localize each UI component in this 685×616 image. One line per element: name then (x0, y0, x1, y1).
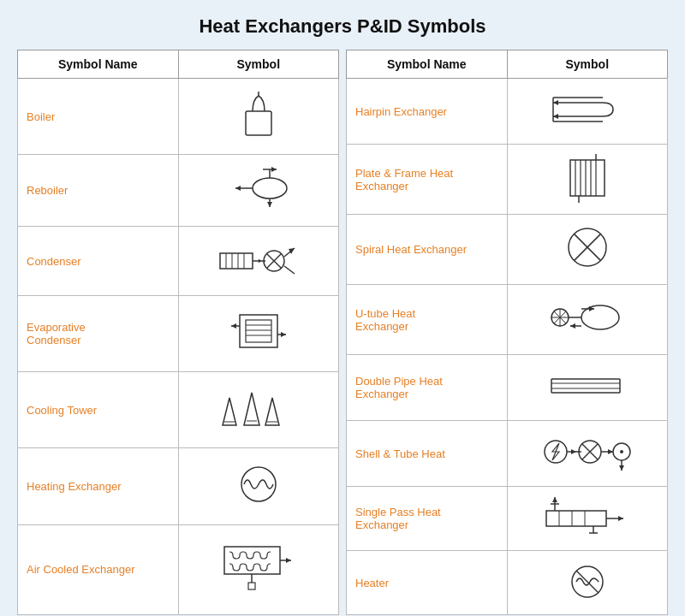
svg-marker-38 (286, 558, 291, 563)
symbol-cell (507, 355, 668, 421)
svg-marker-83 (608, 449, 613, 454)
symbol-cell (178, 226, 339, 295)
symbol-name: Heating Exchanger (18, 448, 179, 524)
svg-marker-4 (235, 186, 241, 191)
symbol-cell (507, 551, 668, 615)
symbol-name: Spiral Heat Exchanger (347, 215, 508, 285)
table-row: EvaporativeCondenser (18, 296, 339, 372)
left-table: Symbol Name Symbol Boiler Reboil (17, 50, 339, 615)
table-row: Hairpin Exchanger (347, 79, 668, 145)
symbol-cell (178, 155, 339, 227)
symbol-cell (178, 524, 339, 614)
svg-marker-29 (231, 323, 236, 329)
page-title: Heat Exchangers P&ID Symbols (199, 15, 485, 38)
svg-marker-87 (619, 465, 624, 471)
symbol-name: Boiler (18, 79, 179, 155)
right-col1-header: Symbol Name (347, 50, 508, 79)
svg-line-22 (284, 266, 295, 274)
table-row: Heating Exchanger (18, 448, 339, 524)
right-table: Symbol Name Symbol Hairpin Exchanger (346, 50, 668, 615)
svg-marker-31 (281, 332, 286, 337)
table-row: Single Pass HeatExchanger (347, 487, 668, 551)
table-row: Double Pipe HeatExchanger (347, 355, 668, 421)
svg-rect-88 (546, 511, 606, 526)
symbol-cell (178, 79, 339, 155)
symbol-cell (507, 145, 668, 215)
symbol-cell (507, 79, 668, 145)
svg-line-101 (576, 571, 599, 593)
symbol-name: Cooling Tower (18, 372, 179, 448)
table-row: Spiral Heat Exchanger (347, 215, 668, 285)
symbol-name: Single Pass HeatExchanger (347, 487, 508, 551)
svg-marker-78 (571, 449, 576, 454)
right-col2-header: Symbol (507, 50, 668, 79)
table-row: Plate & Frame HeatExchanger (347, 145, 668, 215)
svg-marker-9 (267, 202, 272, 207)
table-row: U-tube HeatExchanger (347, 285, 668, 355)
symbol-cell (178, 448, 339, 524)
svg-rect-24 (246, 320, 271, 342)
tables-wrapper: Symbol Name Symbol Boiler Reboil (17, 50, 668, 615)
symbol-name: Double Pipe HeatExchanger (347, 355, 508, 421)
table-row: Reboiler (18, 155, 339, 227)
symbol-cell (178, 372, 339, 448)
symbol-name: Air Cooled Exchanger (18, 524, 179, 614)
symbol-cell (178, 296, 339, 372)
symbol-name: U-tube HeatExchanger (347, 285, 508, 355)
svg-rect-40 (248, 583, 255, 589)
svg-marker-16 (259, 258, 261, 263)
symbol-cell (507, 487, 668, 551)
table-row: Shell & Tube Heat (347, 421, 668, 487)
symbol-name: EvaporativeCondenser (18, 296, 179, 372)
table-row: Air Cooled Exchanger (18, 524, 339, 614)
symbol-name: Heater (347, 551, 508, 615)
symbol-cell (507, 215, 668, 285)
svg-rect-10 (220, 253, 253, 269)
table-row: Cooling Tower (18, 372, 339, 448)
symbol-name: Reboiler (18, 155, 179, 227)
svg-marker-99 (552, 497, 557, 502)
table-row: Heater (347, 551, 668, 615)
svg-rect-0 (246, 111, 271, 135)
left-col2-header: Symbol (178, 50, 339, 79)
symbol-name: Shell & Tube Heat (347, 421, 508, 487)
symbol-name: Hairpin Exchanger (347, 79, 508, 145)
svg-point-2 (253, 178, 287, 198)
svg-marker-69 (570, 323, 575, 329)
svg-marker-7 (271, 167, 277, 172)
svg-marker-45 (553, 100, 558, 105)
symbol-cell (507, 421, 668, 487)
svg-marker-97 (618, 516, 623, 521)
left-col1-header: Symbol Name (18, 50, 179, 79)
symbol-name: Plate & Frame HeatExchanger (347, 145, 508, 215)
table-row: Boiler (18, 79, 339, 155)
symbol-cell (507, 285, 668, 355)
svg-point-85 (620, 450, 623, 453)
svg-marker-21 (289, 248, 295, 254)
svg-marker-46 (553, 114, 558, 119)
symbol-name: Condenser (18, 226, 179, 295)
table-row: Condenser (18, 226, 339, 295)
